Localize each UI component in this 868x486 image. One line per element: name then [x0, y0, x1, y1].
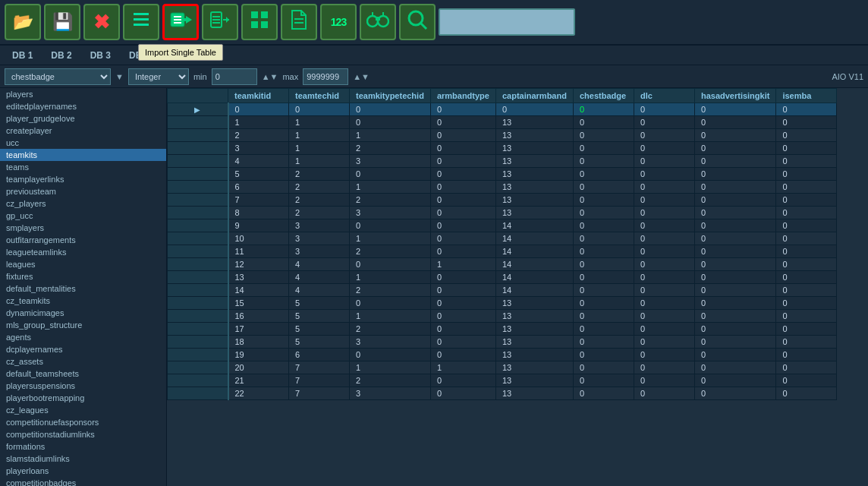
- export-btn[interactable]: [202, 4, 238, 40]
- table-row[interactable]: 12401140000: [168, 258, 837, 271]
- sidebar-item-player_grudgelove[interactable]: player_grudgelove: [0, 112, 166, 125]
- search-btn[interactable]: [399, 4, 436, 40]
- table-row[interactable]: 7220130000: [168, 194, 837, 207]
- table-row[interactable]: 14420140000: [168, 284, 837, 297]
- sidebar-item-playerbootremapping[interactable]: playerbootremapping: [0, 392, 166, 404]
- table-row[interactable]: 11320140000: [168, 245, 837, 258]
- table-row[interactable]: 6210130000: [168, 181, 837, 194]
- table-area[interactable]: teamkitid teamtechid teamkitypetechid ar…: [167, 88, 868, 486]
- sidebar-item-slamstadiumlinks[interactable]: slamstadiumlinks: [0, 453, 166, 465]
- sidebar-item-gp_ucc[interactable]: gp_ucc: [0, 210, 166, 222]
- col-teamkitypetechid[interactable]: teamkitypetechid: [350, 89, 431, 103]
- sidebar-item-dynamicimages[interactable]: dynamicimages: [0, 307, 166, 319]
- row-indicator-cell: [168, 142, 228, 155]
- table-row[interactable]: 8230130000: [168, 207, 837, 219]
- sidebar-item-default_mentalities[interactable]: default_mentalities: [0, 282, 166, 295]
- table-row[interactable]: 18530130000: [168, 336, 837, 349]
- table-cell: 0: [776, 271, 837, 284]
- sidebar-item-playersuspensions[interactable]: playersuspensions: [0, 380, 166, 392]
- table-row[interactable]: 19600130000: [168, 349, 837, 361]
- import-btn[interactable]: Import Single Table: [162, 4, 199, 40]
- db-tab-2[interactable]: DB 2: [42, 48, 80, 63]
- table-row[interactable]: 15500130000: [168, 297, 837, 310]
- table-row[interactable]: 13410140000: [168, 271, 837, 284]
- col-dlc[interactable]: dlc: [634, 89, 694, 103]
- table-cell: 1: [350, 232, 431, 245]
- sidebar-item-leagues[interactable]: leagues: [0, 258, 166, 270]
- open-folder-btn[interactable]: 📂: [5, 4, 41, 40]
- row-indicator-cell: [168, 194, 228, 207]
- sidebar-item-outfitarrangements[interactable]: outfitarrangements: [0, 234, 166, 246]
- table-cell: 14: [495, 232, 573, 245]
- sidebar-item-teamkits[interactable]: teamkits: [0, 149, 166, 161]
- sidebar-item-default_teamsheets[interactable]: default_teamsheets: [0, 368, 166, 380]
- close-btn[interactable]: ✖: [83, 4, 120, 40]
- min-input[interactable]: [212, 68, 257, 85]
- table-row[interactable]: 2110130000: [168, 129, 837, 142]
- sidebar-item-competitionbadges[interactable]: competitionbadges: [0, 477, 166, 486]
- db-tab-1[interactable]: DB 1: [3, 48, 42, 63]
- sidebar-item-editedplayernames[interactable]: editedplayernames: [0, 100, 166, 112]
- table-row[interactable]: 4130130000: [168, 155, 837, 168]
- sidebar-item-smplayers[interactable]: smplayers: [0, 222, 166, 234]
- sidebar-item-mls_group_structure[interactable]: mls_group_structure: [0, 319, 166, 331]
- col-teamkitid[interactable]: teamkitid: [228, 89, 289, 103]
- sidebar-item-teams[interactable]: teams: [0, 161, 166, 173]
- table-cell: 1: [350, 181, 431, 194]
- table-row[interactable]: 5200130000: [168, 168, 837, 181]
- col-isemba[interactable]: isemba: [776, 89, 837, 103]
- col-teamtechid[interactable]: teamtechid: [289, 89, 350, 103]
- table-row[interactable]: 17520130000: [168, 323, 837, 336]
- table-row[interactable]: 22730130000: [168, 387, 837, 400]
- col-hasadvertisingkit[interactable]: hasadvertisingkit: [694, 89, 775, 103]
- table-row[interactable]: 16510130000: [168, 310, 837, 323]
- table-row[interactable]: 10310140000: [168, 232, 837, 245]
- binoculars-btn[interactable]: [360, 4, 396, 40]
- svg-rect-5: [174, 19, 181, 21]
- search-bar[interactable]: [439, 8, 575, 36]
- table-cell: 5: [289, 297, 350, 310]
- table-cell: 0: [430, 245, 495, 258]
- sidebar-item-players[interactable]: players: [0, 88, 166, 100]
- table-row[interactable]: 1100130000: [168, 116, 837, 129]
- table-cell: 13: [495, 116, 573, 129]
- table-row[interactable]: 20711130000: [168, 361, 837, 374]
- table-row[interactable]: 9300140000: [168, 219, 837, 232]
- sidebar-item-teamplayerlinks[interactable]: teamplayerlinks: [0, 173, 166, 185]
- max-input[interactable]: [303, 68, 348, 85]
- col-captainarmband[interactable]: captainarmband: [495, 89, 573, 103]
- filter-type-select[interactable]: Integer: [128, 68, 189, 85]
- col-armbandtype[interactable]: armbandtype: [430, 89, 495, 103]
- sidebar-item-dcplayernames[interactable]: dcplayernames: [0, 343, 166, 355]
- table-cell: 0: [573, 129, 634, 142]
- sidebar-item-competitionuefasponsors[interactable]: competitionuefasponsors: [0, 416, 166, 428]
- table-cell: 1: [228, 116, 289, 129]
- table-select[interactable]: chestbadge: [5, 68, 111, 85]
- file-btn[interactable]: [281, 4, 317, 40]
- sidebar-item-competitionstadiumlinks[interactable]: competitionstadiumlinks: [0, 428, 166, 440]
- table-cell: 3: [289, 219, 350, 232]
- save-btn[interactable]: 💾: [44, 4, 80, 40]
- sidebar-item-fixtures[interactable]: fixtures: [0, 270, 166, 282]
- sidebar-item-cz_players[interactable]: cz_players: [0, 197, 166, 210]
- num-btn[interactable]: 123: [320, 4, 357, 40]
- sidebar-item-leagueteamlinks[interactable]: leagueteamlinks: [0, 246, 166, 258]
- sidebar-item-playerloans[interactable]: playerloans: [0, 465, 166, 477]
- sidebar-item-agents[interactable]: agents: [0, 331, 166, 343]
- table-cell: 0: [573, 219, 634, 232]
- sidebar-item-previousteam[interactable]: previousteam: [0, 185, 166, 197]
- grid-btn[interactable]: [241, 4, 278, 40]
- db-tab-3[interactable]: DB 3: [81, 48, 120, 63]
- table-row[interactable]: ▶000000000: [168, 103, 837, 116]
- sidebar-item-createplayer[interactable]: createplayer: [0, 125, 166, 137]
- sidebar-item-cz_teamkits[interactable]: cz_teamkits: [0, 295, 166, 307]
- row-indicator-cell: [168, 336, 228, 349]
- list-btn[interactable]: [123, 4, 159, 40]
- sidebar-item-cz_leagues[interactable]: cz_leagues: [0, 404, 166, 416]
- sidebar-item-formations[interactable]: formations: [0, 440, 166, 453]
- table-row[interactable]: 21720130000: [168, 374, 837, 387]
- sidebar-item-ucc[interactable]: ucc: [0, 137, 166, 149]
- col-chestbadge[interactable]: chestbadge: [573, 89, 634, 103]
- sidebar-item-cz_assets[interactable]: cz_assets: [0, 355, 166, 368]
- table-row[interactable]: 3120130000: [168, 142, 837, 155]
